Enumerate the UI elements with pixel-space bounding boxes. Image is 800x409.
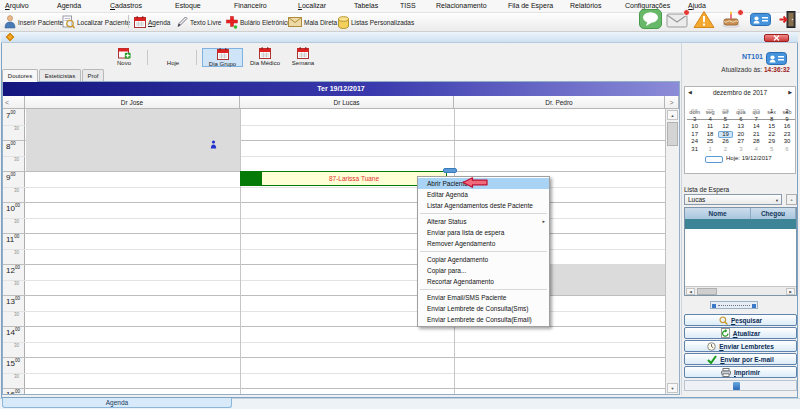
calendar-day[interactable]: 4 [702,116,717,124]
calendar-today-box[interactable] [705,156,723,163]
waitlist-hscrollbar[interactable]: ◀ ▶ [685,286,796,295]
menu-cadastros[interactable]: Cadastros [110,2,142,9]
calendar-day[interactable]: 26 [718,138,733,146]
view-novo[interactable]: Novo [110,48,138,67]
column-header-dr-lucas[interactable]: Dr Lucas [240,96,454,109]
calendar-day[interactable]: 1 [764,108,779,116]
tab-prof[interactable]: Prof [82,69,104,81]
button-enviar-lembretes[interactable]: Enviar Lembretes [684,340,797,352]
calendar-day[interactable]: 28 [749,138,764,146]
splitter-handle[interactable] [710,301,758,309]
slider-thumb[interactable] [733,382,740,390]
calendar-day[interactable]: 20 [733,131,748,139]
calendar-day[interactable]: 30 [749,108,764,116]
menu-configuracoes[interactable]: Configurações [625,2,670,9]
menu-arquivo[interactable]: Arquivo [5,2,29,9]
menu-relacionamento[interactable]: Relacionamento [436,2,487,9]
scroll-left-button[interactable]: ◀ [686,288,695,295]
menu-fila-de-espera[interactable]: Fila de Espera [508,2,553,9]
toolbar-mala-direta[interactable]: Mala Direta [288,14,337,30]
calendar-day[interactable]: 4 [749,146,764,154]
calendar-next-button[interactable]: ▶ [788,89,792,95]
calendar-day[interactable]: 31 [687,146,702,154]
menu-agenda[interactable]: Agenda [57,2,81,9]
context-item-enviar-lembrete-de-consulta-sms[interactable]: Enviar Lembrete de Consulta(Sms) [418,303,549,314]
button-atualizar[interactable]: Atualizar [684,327,797,339]
tab-esteticistas[interactable]: Esteticistas [39,69,81,81]
warning-button[interactable] [692,11,716,31]
appointment-resize-handle[interactable] [443,168,457,173]
calendar-day[interactable]: 16 [779,123,794,131]
calendar-day[interactable]: 3 [733,146,748,154]
close-button[interactable] [764,34,789,42]
context-item-enviar-lembrete-de-consulta-email[interactable]: Enviar Lembrete de Consulta(Email) [418,314,549,325]
toolbar-listas-personalizadas[interactable]: Listas Personalizadas [338,14,414,30]
calendar-day[interactable]: 29 [733,108,748,116]
calendar-day[interactable]: 23 [779,131,794,139]
calendar-prev-button[interactable]: ◀ [688,89,692,95]
calendar-day[interactable]: 6 [733,116,748,124]
button-pesquisar[interactable]: Pesquisar [684,314,797,326]
chat-button[interactable] [638,11,662,31]
scrollbar-thumb[interactable] [667,122,678,146]
calendar-day[interactable]: 7 [749,116,764,124]
calendar-day[interactable]: 5 [718,116,733,124]
context-item-editar-agenda[interactable]: Editar Agenda [418,189,549,200]
context-item-alterar-status[interactable]: Alterar Status▸ [418,216,549,227]
calendar-day[interactable]: 17 [687,131,702,139]
columns-scroll-right-button[interactable]: > [665,96,679,109]
context-item-copiar-para[interactable]: Copiar para... [418,265,549,276]
scroll-up-button[interactable]: ▲ [667,110,678,120]
waitlist-filter-select[interactable]: Lucas ▼ [684,194,782,205]
appointment[interactable]: 87-Larissa Tuane [240,171,447,186]
vertical-scrollbar[interactable]: ▲▼ [665,109,679,394]
calendar-day[interactable]: 1 [702,146,717,154]
calendar-day[interactable]: 5 [764,146,779,154]
menu-localizar[interactable]: Localizar [298,2,326,9]
calendar-day[interactable]: 3 [687,116,702,124]
exit-button[interactable] [775,11,799,31]
view-dia-grupo[interactable]: Dia Grupo [202,48,243,67]
calendar-day[interactable]: 21 [749,131,764,139]
calendar-day[interactable]: 2 [779,108,794,116]
button-enviar-por-e-mail[interactable]: Enviar por E-mail [684,353,797,365]
menu-financeiro[interactable]: Financeiro [234,2,267,9]
tab-doutores[interactable]: Doutores [2,69,38,82]
column-header-dr-jose[interactable]: Dr Jose [25,96,240,109]
column-header-dr-pedro[interactable]: Dr. Pedro [454,96,665,109]
view-dia-medico[interactable]: Dia Médico [245,48,285,67]
context-item-enviar-email-sms-paciente[interactable]: Enviar Email/SMS Paciente [418,292,549,303]
toolbar-agenda[interactable]: Agenda [134,14,170,30]
calendar-day[interactable]: 8 [764,116,779,124]
calendar-day[interactable]: 10 [687,123,702,131]
waitlist-collapse-button[interactable]: ▲ [786,194,797,205]
calendar-day[interactable]: 27 [733,138,748,146]
scroll-down-button[interactable]: ▼ [667,383,678,393]
calendar-day[interactable]: 6 [779,146,794,154]
calendar-day[interactable]: 18 [702,131,717,139]
calendar-day[interactable]: 28 [718,108,733,116]
toolbar-localizar-paciente[interactable]: Localizar Paciente [62,14,130,30]
calendar-day-selected[interactable]: 19 [718,131,733,139]
toolbar-bulario-eletronico[interactable]: Bulário Eletrônico [226,14,291,30]
calendar-day[interactable]: 2 [718,146,733,154]
menu-relatorios[interactable]: Relatórios [570,2,602,9]
context-item-enviar-para-lista-de-espera[interactable]: Enviar para lista de espera [418,227,549,238]
calendar-day[interactable]: 11 [702,123,717,131]
context-item-listar-agendamentos-deste-paciente[interactable]: Listar Agendamentos deste Paciente [418,200,549,211]
menu-tabelas[interactable]: Tabelas [354,2,378,9]
calendar-day[interactable]: 15 [764,123,779,131]
calendar-day[interactable]: 13 [733,123,748,131]
toolbar-inserir-paciente[interactable]: Inserir Paciente [4,14,63,30]
menu-ajuda[interactable]: Ajuda [688,2,706,9]
columns-scroll-left-button[interactable]: < [3,96,25,109]
calendar-day[interactable]: 22 [764,131,779,139]
button-imprimir[interactable]: Imprimir [684,366,797,378]
calendar-day[interactable]: 25 [702,138,717,146]
mail-button[interactable] [665,11,689,31]
birthday-button[interactable] [719,11,743,31]
calendar-day[interactable]: 9 [779,116,794,124]
scroll-right-button[interactable]: ▶ [786,288,795,295]
calendar-day[interactable]: 27 [702,108,717,116]
scrollbar-thumb[interactable] [697,288,717,295]
